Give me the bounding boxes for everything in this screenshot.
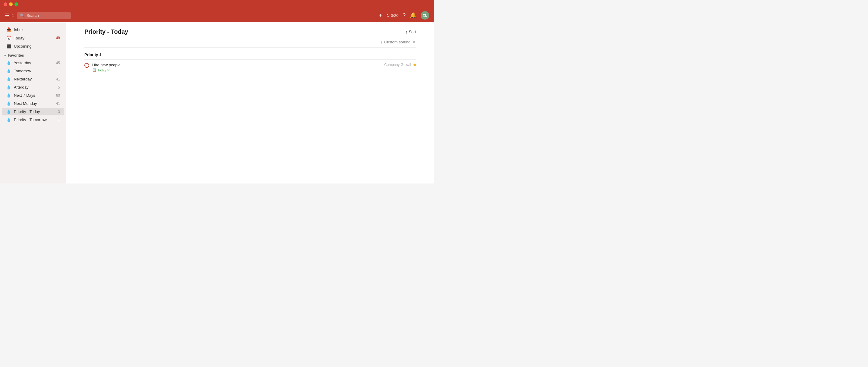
home-icon[interactable]: ⌂: [11, 13, 14, 18]
nexterday-icon: 💧: [6, 77, 11, 81]
sidebar-item-afterday[interactable]: 💧 Afterday 5: [2, 84, 64, 91]
sort-icon: ↕: [405, 30, 407, 34]
task-date-icon: 📋: [92, 68, 96, 72]
sidebar-item-next7days[interactable]: 💧 Next 7 Days 60: [2, 92, 64, 99]
favorites-header[interactable]: ▾ Favorites: [0, 50, 66, 59]
priority-section: Priority 1 Hire new people 📋 Today ↻: [84, 53, 416, 75]
task-meta: 📋 Today ↻: [92, 68, 381, 72]
tomorrow-icon: 💧: [6, 69, 11, 73]
next7days-icon: 💧: [6, 93, 11, 98]
content-body: Priority 1 Hire new people 📋 Today ↻: [66, 48, 434, 183]
task-repeat-icon: ↻: [107, 68, 110, 72]
prioritytoday-icon: 💧: [6, 110, 11, 114]
content-header: Priority - Today ↕ Sort: [66, 22, 434, 38]
sidebar-item-nexterday[interactable]: 💧 Nexterday 41: [2, 75, 64, 83]
inbox-label: Inbox: [14, 27, 60, 32]
favorites-chevron: ▾: [4, 54, 6, 58]
sidebar: 📥 Inbox 📅 Today 48 ⬛ Upcoming ▾ Favorite…: [0, 22, 66, 183]
hamburger-icon[interactable]: ☰: [5, 13, 9, 19]
sort-button[interactable]: ↕ Sort: [405, 30, 416, 34]
task-checkbox[interactable]: [84, 63, 89, 68]
yesterday-label: Yesterday: [14, 61, 54, 65]
karma-count: 0/20: [391, 13, 398, 18]
maximize-button[interactable]: [14, 2, 18, 6]
sidebar-item-upcoming[interactable]: ⬛ Upcoming: [2, 42, 64, 50]
minimize-button[interactable]: [9, 2, 13, 6]
prioritytomorrow-label: Priority - Tomorrow: [14, 118, 56, 122]
bell-icon[interactable]: 🔔: [410, 12, 416, 19]
page-title: Priority - Today: [84, 28, 128, 35]
table-row: Hire new people 📋 Today ↻ Company Growth: [84, 60, 416, 75]
sidebar-item-prioritytomorrow[interactable]: 💧 Priority - Tomorrow 1: [2, 116, 64, 124]
search-icon: 🔍: [20, 13, 25, 18]
yesterday-badge: 45: [56, 61, 60, 65]
project-dot: [413, 64, 416, 66]
nexterday-badge: 41: [56, 77, 60, 81]
sort-bar: ↓ Custom sorting ✕: [66, 38, 434, 47]
section-title: Priority 1: [84, 53, 416, 57]
task-details: Hire new people 📋 Today ↻: [92, 63, 381, 72]
afterday-icon: 💧: [6, 85, 11, 90]
top-bar-right: + ↻ 0/20 ? 🔔 CL: [379, 11, 429, 20]
prioritytoday-badge: 3: [58, 110, 60, 114]
task-date-label: Today: [97, 68, 106, 72]
tomorrow-label: Tomorrow: [14, 69, 56, 73]
sidebar-item-yesterday[interactable]: 💧 Yesterday 45: [2, 59, 64, 67]
task-title: Hire new people: [92, 63, 381, 67]
today-badge: 48: [56, 36, 60, 40]
karma-icon: ↻: [386, 13, 390, 18]
sort-down-icon: ↓: [380, 40, 382, 44]
task-date: 📋 Today ↻: [92, 68, 110, 72]
afterday-label: Afterday: [14, 85, 56, 90]
next7days-label: Next 7 Days: [14, 93, 54, 98]
today-label: Today: [14, 36, 54, 40]
top-bar: ☰ ⌂ 🔍 Search + ↻ 0/20 ? 🔔 CL: [0, 8, 434, 22]
upcoming-icon: ⬛: [6, 44, 11, 49]
sidebar-item-inbox[interactable]: 📥 Inbox: [2, 26, 64, 33]
sidebar-item-tomorrow[interactable]: 💧 Tomorrow 1: [2, 67, 64, 75]
prioritytomorrow-icon: 💧: [6, 118, 11, 122]
tomorrow-badge: 1: [58, 69, 60, 73]
afterday-badge: 5: [58, 85, 60, 90]
close-sort-icon[interactable]: ✕: [412, 39, 416, 44]
project-label: Company Growth: [384, 63, 412, 67]
karma-badge[interactable]: ↻ 0/20: [386, 13, 398, 18]
favorites-label: Favorites: [8, 53, 24, 58]
help-icon[interactable]: ?: [403, 12, 406, 19]
title-bar: [0, 0, 434, 8]
add-icon[interactable]: +: [379, 12, 382, 19]
avatar[interactable]: CL: [421, 11, 429, 20]
yesterday-icon: 💧: [6, 61, 11, 65]
sidebar-item-today[interactable]: 📅 Today 48: [2, 34, 64, 42]
sidebar-item-prioritytoday[interactable]: 💧 Priority - Today 3: [2, 108, 64, 115]
search-bar[interactable]: 🔍 Search: [17, 12, 71, 19]
task-project: Company Growth: [384, 63, 416, 67]
next7days-badge: 60: [56, 93, 60, 98]
inbox-icon: 📥: [6, 27, 11, 32]
search-label: Search: [27, 13, 39, 18]
nextmonday-badge: 41: [56, 101, 60, 106]
today-icon: 📅: [6, 36, 11, 40]
sidebar-item-nextmonday[interactable]: 💧 Next Monday 41: [2, 100, 64, 107]
upcoming-label: Upcoming: [14, 44, 60, 49]
custom-sorting-label: Custom sorting: [384, 40, 410, 44]
nextmonday-label: Next Monday: [14, 101, 54, 106]
main-layout: 📥 Inbox 📅 Today 48 ⬛ Upcoming ▾ Favorite…: [0, 22, 434, 183]
nextmonday-icon: 💧: [6, 101, 11, 106]
close-button[interactable]: [4, 2, 7, 6]
sort-label: Sort: [409, 30, 416, 34]
prioritytoday-label: Priority - Today: [14, 110, 56, 114]
top-bar-left: ☰ ⌂ 🔍 Search: [5, 12, 71, 19]
nexterday-label: Nexterday: [14, 77, 54, 81]
content-area: Priority - Today ↕ Sort ↓ Custom sorting…: [66, 22, 434, 183]
prioritytomorrow-badge: 1: [58, 118, 60, 122]
